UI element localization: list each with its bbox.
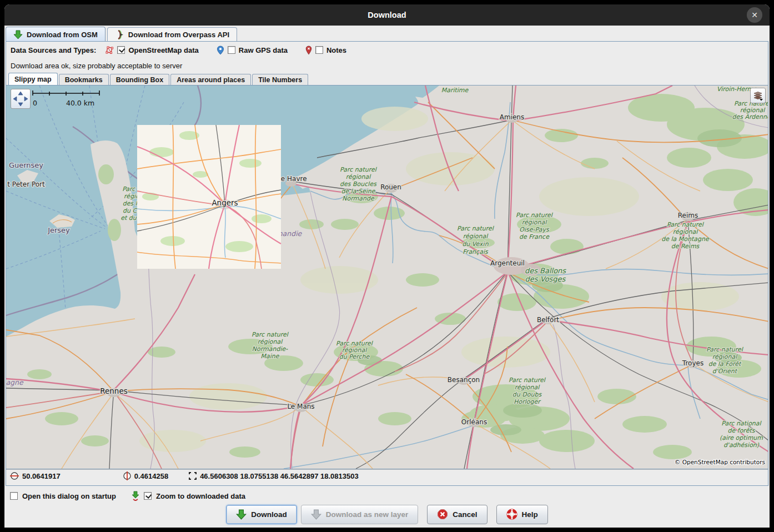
zoom-downloaded-label: Zoom to downloaded data bbox=[156, 492, 245, 500]
download-new-layer-button[interactable]: Download as new layer bbox=[301, 505, 419, 524]
notes-checkbox[interactable] bbox=[315, 46, 323, 54]
cancel-icon bbox=[437, 509, 448, 520]
scale-ruler bbox=[32, 90, 100, 97]
tab-label: Download from Overpass API bbox=[128, 31, 229, 39]
map-canvas[interactable]: Guernseyt Peter PortJerseyLe HavreRouenA… bbox=[6, 86, 768, 469]
osm-tab-content: Data Sources and Types: OpenStreetMap da… bbox=[6, 41, 768, 486]
download-button-label: Download bbox=[251, 510, 287, 519]
download-arrow-icon bbox=[13, 30, 23, 39]
download-size-message: Download area ok, size probably acceptab… bbox=[6, 58, 768, 73]
raw-gps-checkbox[interactable] bbox=[228, 46, 235, 54]
download-dialog: Download ✕ Download from OSM Download fr… bbox=[4, 4, 770, 528]
download-button[interactable]: Download bbox=[226, 505, 297, 524]
selection-tab-bar: Slippy map Bookmarks Bounding Box Areas … bbox=[6, 73, 768, 85]
layers-icon bbox=[752, 90, 763, 101]
zoom-downloaded-checkbox[interactable] bbox=[144, 492, 152, 500]
startup-checkbox[interactable] bbox=[10, 492, 18, 500]
overpass-api-icon bbox=[115, 30, 124, 39]
zoom-data-icon bbox=[132, 491, 139, 501]
cancel-button[interactable]: Cancel bbox=[427, 505, 487, 524]
gps-pin-icon bbox=[217, 46, 224, 55]
longitude-icon bbox=[123, 471, 132, 481]
tab-slippy-map[interactable]: Slippy map bbox=[8, 73, 58, 85]
map-label: Angers bbox=[212, 198, 238, 207]
longitude-readout: 0.4614258 bbox=[123, 471, 168, 481]
download-arrow-icon bbox=[236, 509, 247, 520]
tab-areas-around-places[interactable]: Areas around places bbox=[170, 74, 251, 85]
download-new-layer-label: Download as new layer bbox=[326, 510, 409, 519]
raw-gps-label: Raw GPS data bbox=[239, 46, 288, 54]
tab-bookmarks[interactable]: Bookmarks bbox=[59, 74, 109, 85]
bbox-readout: 46.5606308 18.0755138 46.5642897 18.0813… bbox=[188, 471, 359, 480]
data-sources-label: Data Sources and Types: bbox=[11, 46, 96, 54]
tab-bounding-box[interactable]: Bounding Box bbox=[110, 74, 169, 85]
help-button[interactable]: Help bbox=[496, 505, 548, 524]
scale-zero: 0 bbox=[33, 99, 37, 107]
notes-label: Notes bbox=[326, 46, 346, 54]
cancel-button-label: Cancel bbox=[453, 510, 477, 519]
longitude-value: 0.4614258 bbox=[134, 472, 168, 480]
help-button-label: Help bbox=[522, 510, 538, 519]
map-scale: 0 40.0 km bbox=[32, 89, 109, 107]
dialog-buttons: Download Download as new layer Cancel bbox=[4, 503, 770, 525]
raw-gps-option: Raw GPS data bbox=[217, 46, 288, 55]
tab-label: Download from OSM bbox=[27, 31, 98, 39]
osm-data-label: OpenStreetMap data bbox=[128, 46, 198, 54]
main-tab-bar: Download from OSM Download from Overpass… bbox=[6, 27, 239, 42]
download-arrow-gray-icon bbox=[311, 509, 321, 520]
startup-label: Open this dialog on startup bbox=[22, 492, 116, 500]
latitude-icon bbox=[9, 471, 19, 480]
close-icon[interactable]: ✕ bbox=[747, 7, 762, 23]
move-arrows-icon bbox=[13, 91, 28, 107]
latitude-value: 50.0641917 bbox=[22, 472, 61, 480]
bbox-values: 46.5606308 18.0755138 46.5642897 18.0813… bbox=[200, 472, 359, 480]
pan-move-button[interactable] bbox=[11, 89, 31, 109]
scale-distance: 40.0 km bbox=[66, 99, 94, 107]
latitude-readout: 50.0641917 bbox=[9, 471, 61, 480]
tab-download-from-overpass[interactable]: Download from Overpass API bbox=[107, 27, 237, 42]
slippy-map[interactable]: Guernseyt Peter PortJerseyLe HavreRouenA… bbox=[6, 85, 768, 469]
notes-pin-icon bbox=[305, 46, 312, 55]
help-lifebuoy-icon bbox=[506, 509, 517, 520]
layers-button[interactable] bbox=[750, 88, 766, 103]
dialog-options: Open this dialog on startup Zoom to down… bbox=[10, 491, 245, 501]
tab-download-from-osm[interactable]: Download from OSM bbox=[6, 27, 105, 42]
map-label: © OpenStreetMap contributors bbox=[675, 459, 765, 465]
osm-data-checkbox[interactable] bbox=[117, 46, 125, 54]
tab-tile-numbers[interactable]: Tile Numbers bbox=[252, 74, 308, 85]
map-statusbar: 50.0641917 0.4614258 46 bbox=[6, 469, 768, 482]
osm-data-icon bbox=[105, 46, 114, 54]
selection-box-icon bbox=[188, 471, 197, 480]
data-sources-row: Data Sources and Types: OpenStreetMap da… bbox=[6, 42, 768, 58]
osm-data-option: OpenStreetMap data bbox=[105, 46, 198, 54]
dialog-title: Download bbox=[368, 11, 406, 19]
titlebar: Download ✕ bbox=[4, 4, 770, 26]
notes-option: Notes bbox=[305, 46, 346, 55]
